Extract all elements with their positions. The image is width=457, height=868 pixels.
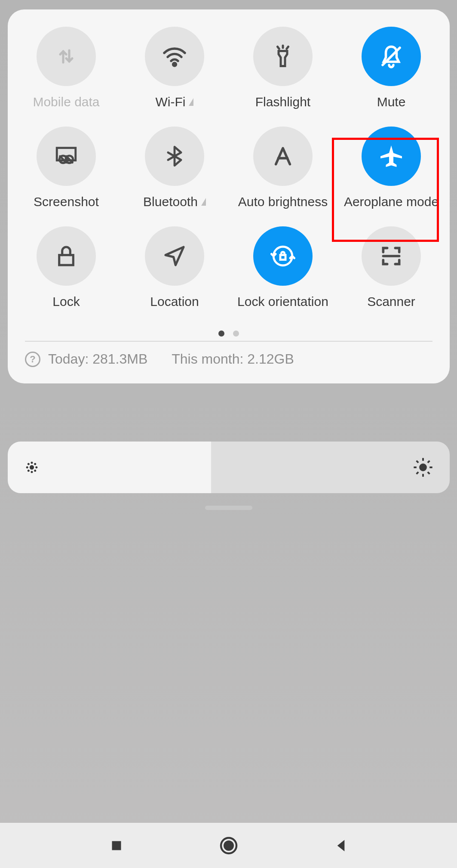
svg-point-21 — [34, 470, 36, 471]
flashlight-icon — [253, 27, 313, 86]
svg-rect-11 — [59, 255, 74, 265]
svg-line-32 — [428, 461, 430, 463]
page-dot[interactable] — [233, 331, 239, 337]
svg-point-16 — [31, 462, 33, 463]
svg-point-18 — [27, 467, 28, 468]
tile-mobile-data[interactable]: Mobile data — [12, 27, 120, 109]
tile-label: Auto brightness — [238, 195, 328, 209]
tile-label: Lock orientation — [237, 294, 328, 309]
lock-icon — [37, 226, 96, 286]
brightness-low-icon — [23, 459, 40, 476]
data-today-label: Today: 281.3MB — [48, 351, 147, 367]
home-button[interactable] — [218, 835, 239, 856]
screenshot-icon — [37, 127, 96, 186]
svg-point-0 — [173, 63, 176, 66]
tile-bluetooth[interactable]: Bluetooth — [120, 127, 229, 209]
tile-label: Flashlight — [255, 95, 310, 109]
tile-mute[interactable]: Mute — [337, 27, 445, 109]
tile-wifi[interactable]: Wi-Fi — [120, 27, 229, 109]
tile-label: Mobile data — [33, 95, 99, 109]
svg-point-24 — [420, 464, 426, 470]
mute-icon — [362, 27, 421, 86]
tile-lock[interactable]: Lock — [12, 226, 120, 309]
tile-label: Location — [150, 294, 199, 309]
svg-point-15 — [30, 466, 34, 469]
svg-point-35 — [224, 840, 234, 851]
tile-label: Aeroplane mode — [344, 195, 439, 209]
quick-settings-panel: Mobile dataWi-FiFlashlightMuteScreenshot… — [8, 9, 450, 383]
tile-auto-brightness[interactable]: Auto brightness — [229, 127, 337, 209]
brightness-slider[interactable] — [8, 442, 450, 493]
tile-location[interactable]: Location — [120, 226, 229, 309]
tile-label: Mute — [377, 95, 406, 109]
panel-drag-handle[interactable] — [205, 506, 252, 510]
svg-line-29 — [417, 461, 419, 463]
tile-scanner[interactable]: Scanner — [337, 226, 445, 309]
auto-brightness-icon — [253, 127, 313, 186]
recents-button[interactable] — [106, 835, 127, 856]
page-indicator — [12, 331, 445, 337]
brightness-high-icon — [412, 456, 434, 479]
bluetooth-icon — [145, 127, 204, 186]
system-navbar — [0, 823, 457, 868]
scanner-icon — [362, 226, 421, 286]
svg-line-30 — [428, 472, 430, 474]
svg-point-23 — [34, 463, 36, 465]
aeroplane-mode-icon — [362, 127, 421, 186]
tile-lock-orientation[interactable]: Lock orientation — [229, 226, 337, 309]
data-usage-row[interactable]: ? Today: 281.3MB This month: 2.12GB — [12, 347, 445, 375]
svg-point-19 — [36, 467, 37, 468]
page-dot[interactable] — [218, 331, 224, 337]
svg-point-20 — [28, 463, 29, 465]
chevron-icon — [189, 98, 193, 106]
tile-label: Lock — [52, 294, 80, 309]
svg-point-17 — [31, 471, 33, 473]
svg-line-2 — [278, 47, 279, 49]
divider — [25, 341, 432, 342]
svg-line-31 — [417, 472, 419, 474]
back-button[interactable] — [330, 835, 352, 856]
tile-screenshot[interactable]: Screenshot — [12, 127, 120, 209]
tile-aeroplane-mode[interactable]: Aeroplane mode — [337, 127, 445, 209]
tile-label: Bluetooth — [143, 195, 198, 209]
tile-label: Scanner — [367, 294, 415, 309]
tile-flashlight[interactable]: Flashlight — [229, 27, 337, 109]
data-month-label: This month: 2.12GB — [172, 351, 294, 367]
mobile-data-icon — [37, 27, 96, 86]
help-icon: ? — [25, 352, 40, 367]
location-icon — [145, 226, 204, 286]
tile-label: Screenshot — [34, 195, 99, 209]
svg-point-22 — [28, 470, 29, 471]
chevron-icon — [201, 198, 206, 206]
tile-label: Wi-Fi — [156, 95, 186, 109]
svg-rect-33 — [112, 841, 121, 850]
svg-line-3 — [287, 47, 288, 49]
lock-orientation-icon — [253, 226, 313, 286]
wifi-icon — [145, 27, 204, 86]
quick-settings-grid: Mobile dataWi-FiFlashlightMuteScreenshot… — [12, 27, 445, 309]
